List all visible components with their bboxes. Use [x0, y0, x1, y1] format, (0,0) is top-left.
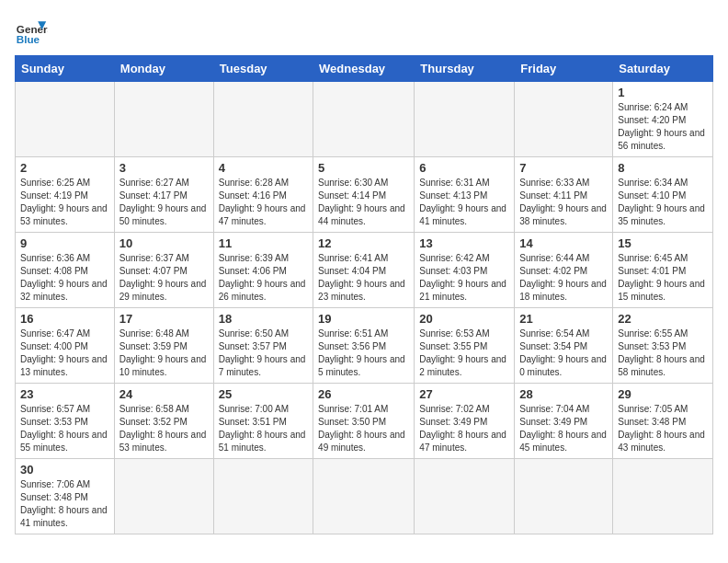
calendar-cell: 9Sunrise: 6:36 AM Sunset: 4:08 PM Daylig… [16, 233, 115, 308]
calendar-cell: 1Sunrise: 6:24 AM Sunset: 4:20 PM Daylig… [613, 82, 713, 157]
calendar-cell: 16Sunrise: 6:47 AM Sunset: 4:00 PM Dayli… [16, 308, 115, 384]
calendar-cell: 24Sunrise: 6:58 AM Sunset: 3:52 PM Dayli… [114, 384, 213, 459]
day-info: Sunrise: 6:37 AM Sunset: 4:07 PM Dayligh… [119, 252, 209, 304]
day-info: Sunrise: 6:58 AM Sunset: 3:52 PM Dayligh… [119, 403, 209, 454]
day-info: Sunrise: 6:53 AM Sunset: 3:55 PM Dayligh… [419, 327, 509, 379]
col-header-wednesday: Wednesday [313, 56, 415, 82]
day-number: 29 [618, 387, 708, 401]
day-number: 13 [419, 236, 509, 250]
day-number: 5 [318, 161, 409, 175]
calendar-week-row: 2Sunrise: 6:25 AM Sunset: 4:19 PM Daylig… [16, 157, 713, 233]
day-number: 6 [419, 161, 509, 175]
day-info: Sunrise: 6:45 AM Sunset: 4:01 PM Dayligh… [618, 252, 708, 304]
calendar-cell [313, 459, 415, 534]
day-number: 16 [20, 312, 109, 326]
day-number: 24 [119, 387, 209, 401]
day-info: Sunrise: 6:36 AM Sunset: 4:08 PM Dayligh… [20, 252, 109, 304]
day-info: Sunrise: 6:47 AM Sunset: 4:00 PM Dayligh… [20, 327, 109, 379]
day-number: 1 [618, 86, 708, 99]
day-info: Sunrise: 6:41 AM Sunset: 4:04 PM Dayligh… [318, 252, 409, 304]
day-info: Sunrise: 6:51 AM Sunset: 3:56 PM Dayligh… [318, 327, 409, 379]
calendar-cell: 18Sunrise: 6:50 AM Sunset: 3:57 PM Dayli… [213, 308, 313, 384]
calendar-week-row: 23Sunrise: 6:57 AM Sunset: 3:53 PM Dayli… [16, 384, 713, 459]
day-number: 27 [419, 387, 509, 401]
logo: General Blue [15, 15, 48, 48]
day-number: 12 [318, 236, 409, 250]
day-number: 4 [219, 161, 308, 175]
day-info: Sunrise: 6:27 AM Sunset: 4:17 PM Dayligh… [119, 177, 209, 228]
col-header-friday: Friday [515, 56, 613, 82]
day-info: Sunrise: 7:06 AM Sunset: 3:48 PM Dayligh… [20, 478, 109, 530]
calendar-table: SundayMondayTuesdayWednesdayThursdayFrid… [15, 55, 713, 534]
calendar-cell: 6Sunrise: 6:31 AM Sunset: 4:13 PM Daylig… [415, 157, 515, 233]
day-number: 17 [119, 312, 209, 326]
calendar-header-row: SundayMondayTuesdayWednesdayThursdayFrid… [16, 56, 713, 82]
calendar-cell [114, 82, 213, 157]
calendar-week-row: 9Sunrise: 6:36 AM Sunset: 4:08 PM Daylig… [16, 233, 713, 308]
day-info: Sunrise: 6:34 AM Sunset: 4:10 PM Dayligh… [618, 177, 708, 228]
calendar-cell: 14Sunrise: 6:44 AM Sunset: 4:02 PM Dayli… [515, 233, 613, 308]
calendar-cell: 11Sunrise: 6:39 AM Sunset: 4:06 PM Dayli… [213, 233, 313, 308]
day-number: 7 [519, 161, 608, 175]
calendar-cell: 12Sunrise: 6:41 AM Sunset: 4:04 PM Dayli… [313, 233, 415, 308]
col-header-saturday: Saturday [613, 56, 713, 82]
day-info: Sunrise: 6:33 AM Sunset: 4:11 PM Dayligh… [519, 177, 608, 228]
calendar-cell: 13Sunrise: 6:42 AM Sunset: 4:03 PM Dayli… [415, 233, 515, 308]
day-info: Sunrise: 7:00 AM Sunset: 3:51 PM Dayligh… [219, 403, 308, 454]
calendar-cell: 21Sunrise: 6:54 AM Sunset: 3:54 PM Dayli… [515, 308, 613, 384]
calendar-cell: 8Sunrise: 6:34 AM Sunset: 4:10 PM Daylig… [613, 157, 713, 233]
calendar-cell: 27Sunrise: 7:02 AM Sunset: 3:49 PM Dayli… [415, 384, 515, 459]
day-number: 30 [20, 463, 109, 477]
day-number: 20 [419, 312, 509, 326]
col-header-tuesday: Tuesday [213, 56, 313, 82]
calendar-cell [213, 459, 313, 534]
day-info: Sunrise: 6:48 AM Sunset: 3:59 PM Dayligh… [119, 327, 209, 379]
calendar-cell: 4Sunrise: 6:28 AM Sunset: 4:16 PM Daylig… [213, 157, 313, 233]
day-info: Sunrise: 6:28 AM Sunset: 4:16 PM Dayligh… [219, 177, 308, 228]
calendar-cell [114, 459, 213, 534]
day-info: Sunrise: 6:24 AM Sunset: 4:20 PM Dayligh… [618, 101, 708, 153]
col-header-thursday: Thursday [415, 56, 515, 82]
day-info: Sunrise: 6:31 AM Sunset: 4:13 PM Dayligh… [419, 177, 509, 228]
calendar-cell [613, 459, 713, 534]
calendar-cell: 3Sunrise: 6:27 AM Sunset: 4:17 PM Daylig… [114, 157, 213, 233]
calendar-cell [313, 82, 415, 157]
calendar-cell [415, 82, 515, 157]
day-info: Sunrise: 6:54 AM Sunset: 3:54 PM Dayligh… [519, 327, 608, 379]
day-number: 21 [519, 312, 608, 326]
day-number: 22 [618, 312, 708, 326]
calendar-week-row: 16Sunrise: 6:47 AM Sunset: 4:00 PM Dayli… [16, 308, 713, 384]
day-number: 15 [618, 236, 708, 250]
day-number: 8 [618, 161, 708, 175]
day-number: 26 [318, 387, 409, 401]
day-number: 9 [20, 236, 109, 250]
svg-text:Blue: Blue [17, 33, 40, 45]
day-info: Sunrise: 6:55 AM Sunset: 3:53 PM Dayligh… [618, 327, 708, 379]
day-number: 19 [318, 312, 409, 326]
calendar-cell [213, 82, 313, 157]
calendar-cell: 15Sunrise: 6:45 AM Sunset: 4:01 PM Dayli… [613, 233, 713, 308]
day-info: Sunrise: 6:30 AM Sunset: 4:14 PM Dayligh… [318, 177, 409, 228]
col-header-monday: Monday [114, 56, 213, 82]
calendar-cell: 19Sunrise: 6:51 AM Sunset: 3:56 PM Dayli… [313, 308, 415, 384]
day-number: 14 [519, 236, 608, 250]
day-info: Sunrise: 6:44 AM Sunset: 4:02 PM Dayligh… [519, 252, 608, 304]
calendar-cell: 20Sunrise: 6:53 AM Sunset: 3:55 PM Dayli… [415, 308, 515, 384]
calendar-cell: 22Sunrise: 6:55 AM Sunset: 3:53 PM Dayli… [613, 308, 713, 384]
calendar-cell [415, 459, 515, 534]
day-number: 23 [20, 387, 109, 401]
calendar-cell: 26Sunrise: 7:01 AM Sunset: 3:50 PM Dayli… [313, 384, 415, 459]
calendar-cell [16, 82, 115, 157]
calendar-cell: 5Sunrise: 6:30 AM Sunset: 4:14 PM Daylig… [313, 157, 415, 233]
day-info: Sunrise: 6:50 AM Sunset: 3:57 PM Dayligh… [219, 327, 308, 379]
calendar-week-row: 30Sunrise: 7:06 AM Sunset: 3:48 PM Dayli… [16, 459, 713, 534]
calendar-cell: 7Sunrise: 6:33 AM Sunset: 4:11 PM Daylig… [515, 157, 613, 233]
day-info: Sunrise: 6:39 AM Sunset: 4:06 PM Dayligh… [219, 252, 308, 304]
logo-icon: General Blue [15, 15, 48, 48]
day-number: 11 [219, 236, 308, 250]
day-info: Sunrise: 7:04 AM Sunset: 3:49 PM Dayligh… [519, 403, 608, 454]
calendar-cell: 29Sunrise: 7:05 AM Sunset: 3:48 PM Dayli… [613, 384, 713, 459]
calendar-cell: 23Sunrise: 6:57 AM Sunset: 3:53 PM Dayli… [16, 384, 115, 459]
day-info: Sunrise: 6:42 AM Sunset: 4:03 PM Dayligh… [419, 252, 509, 304]
day-number: 25 [219, 387, 308, 401]
